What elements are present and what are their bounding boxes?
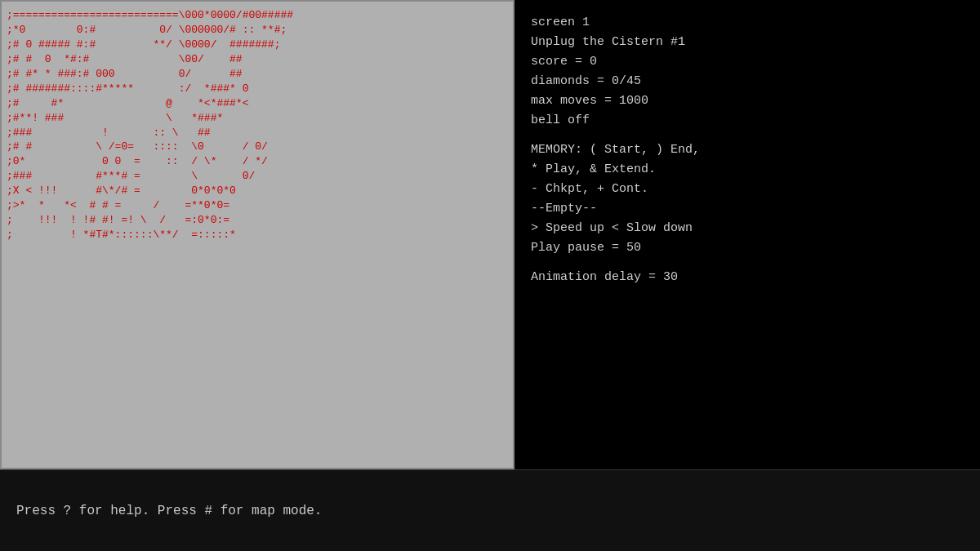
spacer-2 <box>531 258 964 268</box>
score-label: score = 0 <box>531 52 964 72</box>
memory-header: MEMORY: ( Start, ) End, <box>531 140 964 160</box>
screen-label: screen 1 <box>531 13 964 33</box>
max-moves-label: max moves = 1000 <box>531 91 964 111</box>
play-pause-label: Play pause = 50 <box>531 238 964 258</box>
spacer-1 <box>531 131 964 140</box>
diamonds-label: diamonds = 0/45 <box>531 72 964 91</box>
main-container: ;==========================\000*0000/#00… <box>0 0 980 551</box>
animation-label: Animation delay = 30 <box>531 268 964 287</box>
memory-line2: * Play, & Extend. <box>531 160 964 180</box>
memory-empty: --Empty-- <box>531 199 964 219</box>
help-text: Press ? for help. Press # for map mode. <box>16 504 322 518</box>
top-area: ;==========================\000*0000/#00… <box>0 0 980 469</box>
info-panel: screen 1 Unplug the Cistern #1 score = 0… <box>514 0 980 469</box>
level-name: Unplug the Cistern #1 <box>531 33 964 52</box>
bottom-bar: Press ? for help. Press # for map mode. <box>0 469 980 551</box>
memory-line3: - Chkpt, + Cont. <box>531 180 964 199</box>
game-panel: ;==========================\000*0000/#00… <box>0 0 514 469</box>
bell-label: bell off <box>531 111 964 131</box>
game-ascii-display: ;==========================\000*0000/#00… <box>7 8 508 242</box>
speed-line: > Speed up < Slow down <box>531 219 964 238</box>
